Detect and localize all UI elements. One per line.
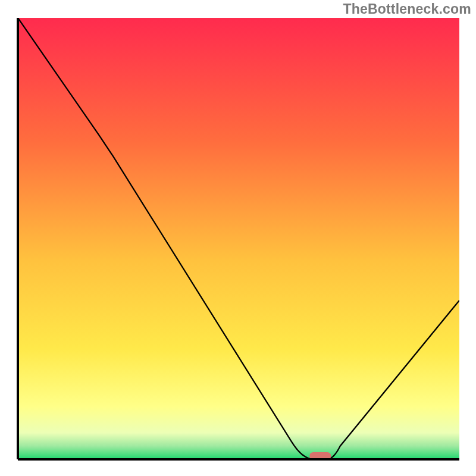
chart-container: TheBottleneck.com — [0, 0, 476, 476]
bottleneck-chart — [0, 0, 476, 476]
plot-background — [18, 18, 459, 459]
